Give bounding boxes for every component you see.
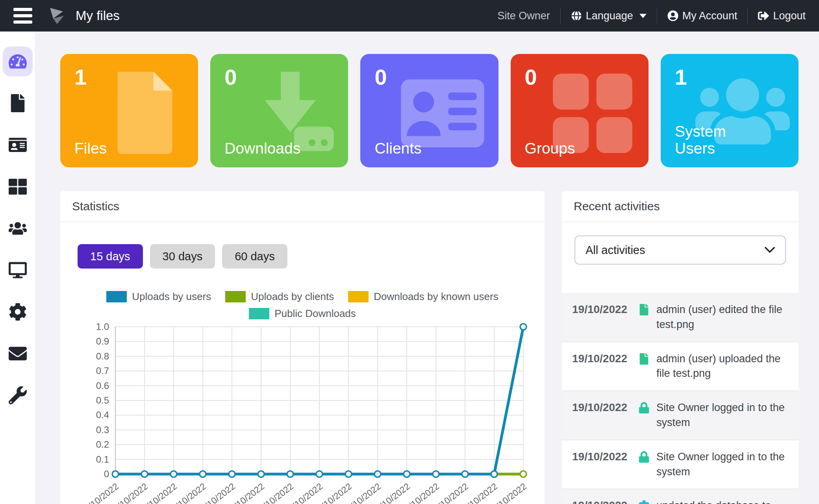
range-button-60-days[interactable]: 60 days bbox=[222, 244, 287, 269]
legend-label: Public Downloads bbox=[274, 308, 356, 320]
recent-activities-panel: Recent activities All activities 19/10/2… bbox=[562, 191, 799, 504]
legend-item-downloads-by-known-users: Downloads by known users bbox=[348, 291, 498, 303]
stat-card-clients[interactable]: 0 Clients bbox=[360, 54, 498, 167]
activity-date: 19/10/2022 bbox=[572, 352, 638, 382]
legend-swatch bbox=[249, 308, 269, 319]
legend-label: Uploads by clients bbox=[251, 291, 334, 303]
recent-activities-title: Recent activities bbox=[562, 191, 799, 222]
stat-cards: 1 Files 0 Downloads 0 bbox=[60, 54, 799, 167]
monitor-icon bbox=[9, 261, 27, 279]
my-account-label: My Account bbox=[682, 10, 737, 22]
language-label: Language bbox=[586, 10, 633, 22]
chart-legend: Uploads by users Uploads by clients Down… bbox=[60, 291, 545, 320]
file-icon bbox=[638, 302, 656, 332]
stat-card-downloads[interactable]: 0 Downloads bbox=[210, 54, 348, 167]
legend-swatch bbox=[225, 291, 246, 302]
sidebar-item-clients[interactable] bbox=[3, 130, 33, 160]
activity-row[interactable]: 19/10/2022 updated the database to versi… bbox=[562, 489, 799, 504]
dashboard-panels: Statistics 15 days 30 days 60 days Uploa… bbox=[60, 191, 799, 504]
sidebar-item-dashboard[interactable] bbox=[3, 46, 33, 76]
svg-text:0.1: 0.1 bbox=[96, 454, 109, 465]
legend-swatch bbox=[348, 291, 369, 302]
sidebar-item-templates[interactable] bbox=[3, 255, 33, 285]
activity-text: admin (user) edited the file test.png bbox=[656, 302, 788, 332]
activity-row[interactable]: 19/10/2022 Site Owner logged in to the s… bbox=[562, 391, 799, 440]
logout-button[interactable]: Logout bbox=[748, 10, 807, 22]
stat-value: 0 bbox=[224, 66, 334, 89]
stat-label: Clients bbox=[374, 140, 425, 157]
range-button-15-days[interactable]: 15 days bbox=[78, 244, 143, 269]
stat-value: 0 bbox=[374, 66, 484, 89]
activity-text: admin (user) uploaded the file test.png bbox=[656, 352, 788, 382]
stat-label: Files bbox=[74, 140, 125, 157]
svg-text:7/10/2022: 7/10/2022 bbox=[141, 481, 179, 504]
sidebar-item-groups[interactable] bbox=[3, 172, 33, 202]
activities-filter-select[interactable]: All activities bbox=[574, 235, 786, 265]
statistics-title: Statistics bbox=[60, 191, 545, 222]
sidebar-item-settings[interactable] bbox=[3, 297, 33, 327]
my-account-menu[interactable]: My Account bbox=[657, 10, 748, 22]
sidebar-item-email[interactable] bbox=[3, 339, 33, 369]
activity-date: 19/10/2022 bbox=[572, 400, 638, 430]
legend-item-uploads-by-clients: Uploads by clients bbox=[225, 291, 334, 303]
globe-icon bbox=[571, 10, 582, 21]
svg-text:0.2: 0.2 bbox=[96, 439, 109, 450]
legend-item-uploads-by-users: Uploads by users bbox=[106, 291, 211, 303]
svg-text:0.7: 0.7 bbox=[96, 365, 109, 376]
top-bar-menu: Site Owner Language My Account bbox=[487, 7, 807, 24]
file-icon bbox=[638, 352, 656, 382]
language-menu[interactable]: Language bbox=[561, 10, 657, 22]
logout-icon bbox=[758, 10, 769, 21]
file-icon bbox=[9, 94, 27, 112]
stat-value: 1 bbox=[74, 66, 184, 89]
stat-value: 1 bbox=[675, 66, 784, 89]
activity-row[interactable]: 19/10/2022 admin (user) uploaded the fil… bbox=[562, 342, 799, 391]
lock-icon bbox=[638, 450, 656, 480]
svg-text:0.5: 0.5 bbox=[96, 395, 109, 406]
activity-text: updated the database to version 202 bbox=[656, 498, 788, 504]
stat-card-system-users[interactable]: 1 System Users bbox=[661, 54, 799, 167]
stat-label: System Users bbox=[675, 123, 725, 157]
logged-in-user-label: Site Owner bbox=[487, 10, 560, 22]
svg-text:8/10/2022: 8/10/2022 bbox=[170, 481, 208, 504]
range-button-30-days[interactable]: 30 days bbox=[150, 244, 215, 269]
stat-label: Groups bbox=[525, 140, 575, 157]
sidebar bbox=[0, 32, 35, 504]
sidebar-item-files[interactable] bbox=[3, 88, 33, 118]
stat-card-groups[interactable]: 0 Groups bbox=[511, 54, 649, 167]
gear-icon bbox=[638, 498, 656, 504]
svg-text:0.9: 0.9 bbox=[96, 336, 109, 346]
lock-icon bbox=[638, 400, 656, 430]
sidebar-item-tools[interactable] bbox=[3, 380, 33, 410]
chevron-down-icon bbox=[765, 247, 775, 254]
svg-text:5/10/2022: 5/10/2022 bbox=[82, 481, 120, 504]
activity-date: 19/10/2022 bbox=[572, 302, 638, 332]
menu-toggle-button[interactable] bbox=[13, 8, 32, 24]
legend-swatch bbox=[106, 291, 127, 302]
selected-filter-value: All activities bbox=[586, 244, 645, 257]
svg-text:0.6: 0.6 bbox=[96, 380, 109, 391]
stat-card-files[interactable]: 1 Files bbox=[60, 54, 198, 167]
users-icon bbox=[9, 219, 27, 237]
activity-row[interactable]: 19/10/2022 Site Owner logged in to the s… bbox=[562, 440, 799, 489]
svg-text:9/10/2022: 9/10/2022 bbox=[199, 481, 237, 504]
legend-label: Uploads by users bbox=[132, 291, 211, 303]
main-content: 1 Files 0 Downloads 0 bbox=[35, 32, 819, 504]
svg-text:0.4: 0.4 bbox=[96, 410, 109, 420]
stat-value: 0 bbox=[525, 66, 634, 89]
svg-text:0.3: 0.3 bbox=[96, 424, 109, 435]
user-circle-icon bbox=[667, 10, 678, 21]
activity-date: 19/10/2022 bbox=[572, 498, 638, 504]
activity-row[interactable]: 19/10/2022 admin (user) edited the file … bbox=[562, 293, 799, 342]
activity-text: Site Owner logged in to the system bbox=[656, 450, 788, 480]
svg-text:0: 0 bbox=[104, 469, 109, 479]
svg-text:6/10/2022: 6/10/2022 bbox=[111, 481, 150, 504]
stat-label: Downloads bbox=[224, 140, 275, 157]
chart-area: 00.10.20.30.40.50.60.70.80.91.05/10/2022… bbox=[72, 321, 545, 504]
top-bar: My files Site Owner Language My Account bbox=[0, 0, 819, 32]
activity-text: Site Owner logged in to the system bbox=[656, 400, 788, 430]
envelope-icon bbox=[9, 345, 27, 363]
grid-icon bbox=[9, 178, 27, 196]
statistics-panel: Statistics 15 days 30 days 60 days Uploa… bbox=[60, 191, 545, 504]
sidebar-item-users[interactable] bbox=[3, 213, 33, 243]
